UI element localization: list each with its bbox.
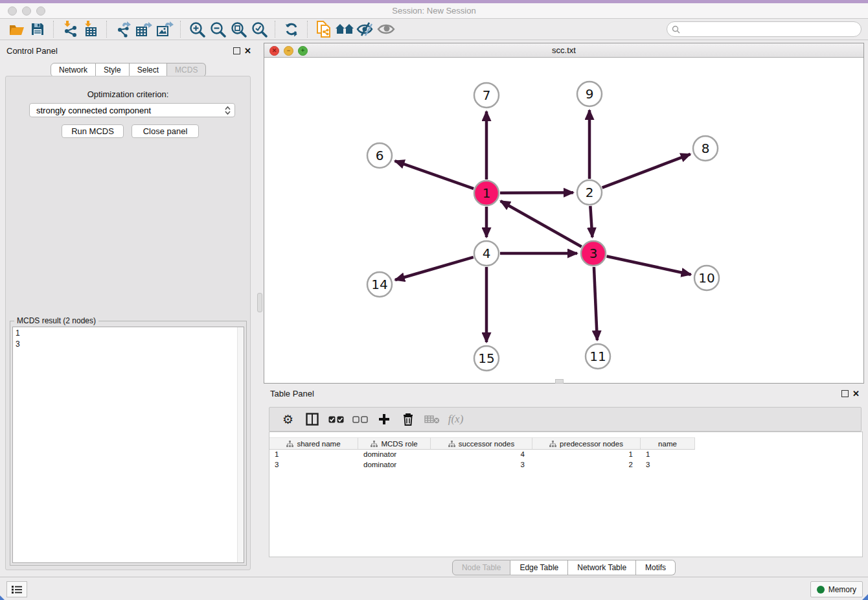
table-toolbar: ⚙	[269, 407, 862, 432]
desktop-corner-accent	[0, 595, 5, 600]
open-session-button[interactable]	[6, 20, 27, 38]
save-session-button[interactable]	[27, 20, 48, 38]
add-column-button[interactable]	[372, 410, 396, 429]
tab-edge-table[interactable]: Edge Table	[510, 560, 568, 575]
control-panel-float-button[interactable]	[233, 47, 240, 54]
refresh-button[interactable]	[281, 20, 302, 38]
close-panel-button[interactable]: Close panel	[131, 124, 199, 138]
tab-motifs[interactable]: Motifs	[636, 560, 676, 575]
tab-mcds[interactable]: MCDS	[167, 63, 206, 77]
edge-4-14[interactable]	[395, 257, 474, 280]
table-cell[interactable]: 3	[431, 460, 532, 470]
delete-button[interactable]	[396, 410, 420, 429]
panel-splitter-handle[interactable]	[257, 293, 262, 312]
zoom-out-button[interactable]	[207, 20, 228, 38]
delete-table-button[interactable]	[420, 410, 444, 429]
select-all-button[interactable]	[324, 410, 348, 429]
toolbar-separator	[275, 21, 276, 38]
column-header-predecessor-nodes[interactable]: predecessor nodes	[532, 437, 641, 450]
table-row[interactable]: 1dominator411	[269, 450, 862, 460]
control-panel-close-button[interactable]: ✕	[244, 46, 251, 56]
tab-style[interactable]: Style	[96, 63, 130, 77]
home-icon	[335, 22, 354, 36]
hide-panel-eye-icon	[356, 21, 374, 37]
node-table[interactable]: shared nameMCDS rolesuccessor nodesprede…	[269, 432, 863, 557]
table-cell[interactable]: dominator	[358, 460, 431, 470]
tab-network[interactable]: Network	[51, 63, 96, 77]
edge-2-8[interactable]	[602, 154, 691, 188]
hide-panel-eye-button[interactable]	[355, 20, 376, 38]
column-header-shared-name[interactable]: shared name	[269, 437, 358, 450]
task-history-button[interactable]	[6, 581, 27, 597]
search-field[interactable]	[667, 21, 862, 37]
mcds-result-area[interactable]: 1 3	[12, 327, 244, 563]
edge-3-10[interactable]	[607, 256, 691, 274]
column-type-icon	[371, 441, 378, 447]
column-type-icon	[286, 441, 293, 447]
table-panel-close-button[interactable]: ✕	[852, 389, 860, 398]
table-cell[interactable]: 1	[269, 450, 358, 460]
split-view-button[interactable]	[300, 410, 324, 429]
mcds-result-text: 1 3	[13, 327, 244, 351]
edge-3-1[interactable]	[501, 201, 582, 246]
table-cell[interactable]: dominator	[358, 450, 431, 460]
zoom-selected-button[interactable]	[249, 20, 269, 38]
open-session-icon	[8, 22, 25, 36]
import-network-button[interactable]	[60, 20, 80, 38]
result-scrollbar[interactable]	[237, 327, 244, 562]
edge-1-2[interactable]	[500, 192, 573, 193]
graph-node-label-14: 14	[371, 277, 387, 292]
table-cell[interactable]: 3	[269, 460, 358, 470]
refresh-icon	[284, 21, 299, 37]
criterion-value: strongly connected component	[36, 106, 151, 115]
clone-network-button[interactable]	[314, 20, 334, 38]
network-graph-canvas[interactable]: 7968124314101511	[264, 58, 862, 382]
table-cell[interactable]: 4	[431, 450, 532, 460]
mcds-panel: Optimization criterion: strongly connect…	[5, 76, 251, 570]
run-mcds-button[interactable]: Run MCDS	[62, 124, 124, 138]
criterion-select[interactable]: strongly connected component	[29, 103, 235, 117]
toolbar-separator	[307, 21, 308, 38]
table-settings-button[interactable]: ⚙	[276, 410, 300, 429]
column-type-icon	[448, 441, 455, 447]
table-cell[interactable]: 2	[532, 460, 641, 470]
show-eye-button[interactable]	[376, 20, 396, 38]
export-network-button[interactable]	[113, 20, 133, 38]
zoom-in-button[interactable]	[187, 20, 207, 38]
search-input[interactable]	[680, 24, 861, 34]
edge-1-6[interactable]	[395, 161, 474, 189]
column-header-MCDS-role[interactable]: MCDS role	[358, 437, 431, 450]
edge-2-3[interactable]	[590, 206, 592, 237]
table-cell[interactable]: 1	[532, 450, 641, 460]
tab-node-table[interactable]: Node Table	[452, 560, 511, 575]
table-cell[interactable]: 1	[641, 450, 695, 460]
export-network-icon	[115, 21, 131, 38]
tab-select[interactable]: Select	[130, 63, 167, 77]
graph-node-label-11: 11	[589, 349, 606, 364]
network-resize-handle[interactable]	[555, 379, 564, 384]
table-row[interactable]: 3dominator323	[269, 460, 862, 470]
network-view-window: ✕ − + scc.txt 7968124314101511	[264, 43, 864, 384]
table-panel-float-button[interactable]	[841, 390, 849, 397]
column-header-successor-nodes[interactable]: successor nodes	[431, 437, 532, 450]
home-button[interactable]	[334, 20, 355, 38]
toolbar-separator	[106, 21, 108, 38]
edge-3-11[interactable]	[594, 267, 597, 340]
import-table-button[interactable]	[80, 20, 101, 38]
graph-node-label-10: 10	[698, 270, 714, 286]
tab-network-table[interactable]: Network Table	[568, 560, 636, 575]
list-icon	[12, 585, 22, 594]
network-window-titlebar[interactable]: ✕ − + scc.txt	[264, 43, 863, 58]
network-window-title: scc.txt	[264, 45, 863, 55]
export-table-button[interactable]	[133, 20, 154, 38]
memory-button[interactable]: Memory	[810, 581, 863, 597]
zoom-fit-button[interactable]	[228, 20, 249, 38]
export-image-button[interactable]	[154, 20, 175, 38]
graph-node-label-9: 9	[586, 86, 594, 102]
function-builder-button[interactable]: f(x)	[444, 410, 468, 429]
deselect-all-button[interactable]	[348, 410, 372, 429]
select-all-checkboxes-icon	[328, 416, 344, 423]
column-header-name[interactable]: name	[641, 437, 695, 450]
graph-node-label-7: 7	[483, 87, 491, 103]
table-cell[interactable]: 3	[641, 460, 695, 470]
